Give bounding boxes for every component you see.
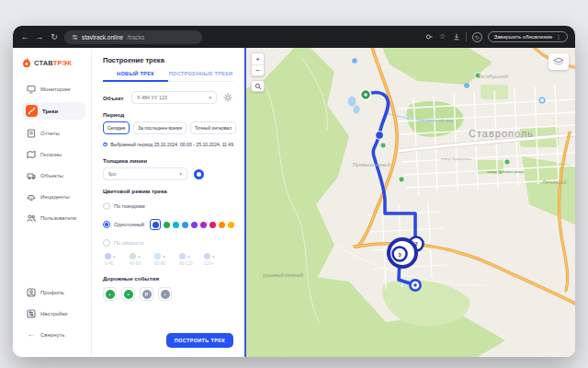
tab-built-tracks[interactable]: ПОСТРОЕННЫЕ ТРЕКИ <box>168 71 233 81</box>
road-events-label: Дорожные события <box>103 275 233 282</box>
radio-by-speed-label: По скорости <box>114 240 143 246</box>
street-label: улица Лермонтова <box>441 157 472 161</box>
object-value: Х 484 УУ 123 <box>137 95 205 100</box>
radio-by-trips[interactable] <box>103 202 110 210</box>
browser-chrome: ← → ↻ stavtrack.online/tracks ☆ <box>13 26 575 48</box>
pond-label: Комсомольский пруд <box>417 118 453 122</box>
speed-color-select[interactable]: ▾ <box>130 253 146 259</box>
sidebar-item-users[interactable]: Пользователи <box>22 210 85 225</box>
map-zoom-controls: + − <box>251 52 265 92</box>
speed-range-strip: ▾ 0-40 ▾ 40-60 ▾ 60-90 ▾ 90-120 ▾ 120+ <box>105 253 233 266</box>
sidebar-item-objects[interactable]: Объекты <box>22 167 85 183</box>
download-icon[interactable] <box>453 33 460 40</box>
swatch-pink[interactable] <box>209 222 216 228</box>
road-event-toggle-2[interactable]: • <box>121 287 135 301</box>
swatch-selected[interactable] <box>150 219 161 230</box>
reload-icon[interactable]: ↻ <box>50 33 59 41</box>
sidebar-item-incidents[interactable]: Инциденты <box>22 189 85 204</box>
sidebar-item-label: Свернуть <box>40 332 64 338</box>
swatch-purple[interactable] <box>191 222 198 228</box>
period-option-today[interactable]: Сегодня <box>103 121 130 134</box>
radio-by-trips-label: По поездкам <box>114 203 145 209</box>
flame-logo-icon <box>22 57 31 68</box>
object-select[interactable]: Х 484 УУ 123 ▾ <box>131 91 217 104</box>
sidebar-item-label: Объекты <box>40 173 63 178</box>
radio-solid[interactable] <box>103 221 110 228</box>
settings-icon <box>26 308 36 318</box>
zoom-in-button[interactable]: + <box>252 53 264 64</box>
divider <box>466 32 467 41</box>
sidebar-item-geozones[interactable]: Геозоны <box>22 146 85 162</box>
map-tiles: 2 3 Ставрополь Октябрьский Промышленный … <box>246 48 575 357</box>
swatch-teal[interactable] <box>173 222 179 228</box>
sidebar-item-label: Профиль <box>40 290 64 295</box>
period-option-exact[interactable]: Точный интервал <box>190 121 236 134</box>
profile-avatar[interactable]: ↻ <box>472 32 482 42</box>
zoom-out-button[interactable]: − <box>252 64 264 75</box>
tracks-icon <box>26 105 38 117</box>
radio-by-speed[interactable] <box>103 239 110 247</box>
speed-range-label: 40-60 <box>130 261 146 266</box>
road-event-toggle-1[interactable]: • <box>103 287 117 301</box>
period-summary: Выбранный период 25.10.2024, 00:00 - 25.… <box>103 141 233 148</box>
road-event-toggle-3[interactable]: P <box>140 287 153 301</box>
track-builder-panel: Построение трека НОВЫЙ ТРЕК ПОСТРОЕННЫЕ … <box>92 48 246 357</box>
objects-icon <box>26 170 36 180</box>
calendar-icon <box>103 141 107 148</box>
gear-icon <box>223 93 232 102</box>
district-label-w: Промышленный <box>353 162 390 167</box>
period-option-recent[interactable]: За последнее время <box>133 121 187 134</box>
bookmark-star-icon[interactable]: ☆ <box>438 33 447 40</box>
speed-color-select[interactable]: ▾ <box>179 253 196 259</box>
road-events-row: • • P • <box>103 287 233 301</box>
thickness-select[interactable]: 6px ▾ <box>103 167 187 180</box>
speed-color-select[interactable]: ▾ <box>204 253 220 259</box>
site-info-icon <box>72 34 78 40</box>
incidents-icon <box>26 191 36 201</box>
tab-new-track[interactable]: НОВЫЙ ТРЕК <box>103 71 168 82</box>
map-search-button[interactable] <box>251 80 265 92</box>
speed-color-select[interactable]: ▾ <box>105 253 121 259</box>
sidebar-item-tracks[interactable]: Треки <box>22 102 85 120</box>
sidebar-item-label: Геозоны <box>40 152 62 157</box>
map-layers-button[interactable] <box>548 53 569 70</box>
color-swatches <box>150 219 234 230</box>
district-label-se: Ленинский <box>541 179 567 185</box>
logo-text-prefix: СТАВ <box>34 59 53 67</box>
sidebar-item-reports[interactable]: Отчеты <box>22 125 85 141</box>
sidebar-item-label: Инциденты <box>40 194 70 200</box>
sidebar-item-profile[interactable]: Профиль <box>22 284 85 300</box>
period-options: Сегодня За последнее время Точный интерв… <box>103 121 233 134</box>
object-settings-button[interactable] <box>221 92 233 104</box>
forward-icon[interactable]: → <box>35 33 44 41</box>
sidebar-item-collapse[interactable]: ← Свернуть <box>22 327 85 342</box>
radio-solid-label: Однотонный <box>114 222 144 227</box>
speed-color-select[interactable]: ▾ <box>154 253 171 259</box>
chevron-down-icon: ▾ <box>179 171 182 177</box>
sidebar-item-monitoring[interactable]: Мониторинг <box>22 81 85 97</box>
swatch-orange[interactable] <box>219 222 225 228</box>
profile-icon <box>26 287 36 297</box>
object-label: Объект <box>103 95 127 101</box>
back-icon[interactable]: ← <box>20 33 29 41</box>
swatch-amber[interactable] <box>228 222 234 228</box>
kebab-menu-icon[interactable]: ⋮ <box>556 34 561 40</box>
address-bar[interactable]: stavtrack.online/tracks <box>64 30 202 44</box>
sidebar-item-label: Отчеты <box>40 131 60 136</box>
build-track-button[interactable]: ПОСТРОИТЬ ТРЕК <box>166 333 233 348</box>
sidebar: СТАВТРЭК Мониторинг Треки Отчеты <box>13 48 92 357</box>
road-event-toggle-4[interactable]: • <box>158 287 172 301</box>
swatch-green[interactable] <box>164 222 170 228</box>
passkey-icon[interactable] <box>425 33 433 40</box>
map-canvas[interactable]: 2 3 Ставрополь Октябрьский Промышленный … <box>246 48 575 357</box>
url-path: /tracks <box>127 34 144 40</box>
swatch-blue[interactable] <box>182 222 188 228</box>
swatch-violet[interactable] <box>200 222 207 228</box>
route-waypoint-marker <box>376 132 384 140</box>
park-label: сквер Дубовая роща <box>487 169 525 174</box>
geozones-icon <box>26 149 36 159</box>
speed-range-label: 90-120 <box>179 261 196 266</box>
layers-icon <box>553 57 564 66</box>
chrome-update-button[interactable]: Завершить обновление ⋮ <box>488 31 568 42</box>
sidebar-item-settings[interactable]: Настройки <box>22 305 85 321</box>
